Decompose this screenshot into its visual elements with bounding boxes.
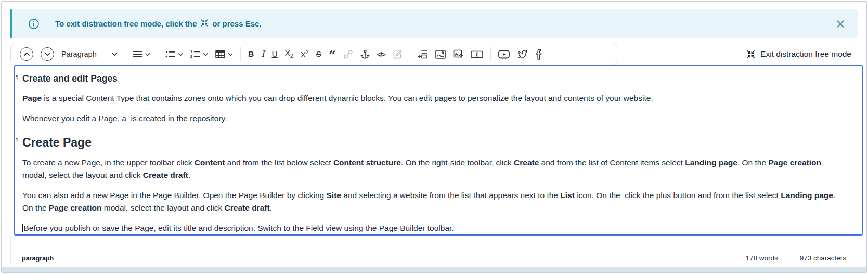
text-run: Before you publish or save the Page, edi… [24,224,454,232]
editor-paragraph[interactable]: Before you publish or save the Page, edi… [22,222,847,234]
code-button[interactable]: </> [373,49,389,60]
link-button[interactable] [340,47,357,61]
editor-paragraph[interactable]: Page is a special Content Type that cont… [22,92,847,105]
banner-close-button[interactable]: × [835,18,846,30]
toolbar-separator [410,47,410,61]
image-icon [435,50,446,59]
toolbar-separator [240,47,241,61]
text-run: Page [22,94,42,102]
text-run: You can also add a new Page in the Page … [22,191,327,200]
anchor-button[interactable] [357,47,373,61]
text-run: and selecting a website from the list th… [341,191,560,200]
collapse-icon [200,19,209,29]
chevron-down-icon [112,52,118,56]
text-run: . [270,203,272,212]
strikethrough-icon: S [316,50,321,58]
banner-text-before: To exit distraction free mode, click the [55,19,197,28]
blockquote-button[interactable]: “ [325,48,340,60]
bold-button[interactable]: B [244,48,257,60]
text-run: and from the list of Content items selec… [539,158,685,167]
paragraph-style-dropdown[interactable]: Paragraph [58,48,121,60]
info-icon [28,18,40,30]
exit-label: Exit distraction free mode [760,49,851,59]
editor-toolbar: Paragraph 12 B I U X2 X2 S “ [10,43,617,66]
text-field-icon [471,50,483,58]
text-run: To create a new Page, in the upper toolb… [22,158,195,167]
insert-block-icon [418,50,428,59]
move-down-button[interactable] [37,45,58,63]
editor-heading[interactable]: ¶Create and edit Pages [22,73,847,84]
editor-paragraph[interactable]: You can also add a new Page in the Page … [22,189,847,214]
youtube-icon [498,50,510,59]
text-run: . On the right-side toolbar, click [401,158,514,167]
text-run: modal, select the layout and click [102,203,225,212]
upload-image-button[interactable] [449,47,467,61]
bold-icon: B [248,50,254,58]
word-count: 178 words [745,254,778,262]
text-run: is a special Content Type that contains … [42,94,653,102]
bulleted-list-dropdown[interactable] [162,48,187,60]
text-run: Whenever you edit a Page, a is created i… [22,114,227,123]
subscript-button[interactable]: X2 [281,47,297,61]
chevron-down-icon [145,53,150,56]
editor-paragraph[interactable]: To create a new Page, in the upper toolb… [22,156,847,181]
insert-table-dropdown[interactable] [212,48,237,60]
text-run: . On the [737,158,768,167]
collapse-icon [746,50,755,59]
text-run: Create and edit Pages [22,73,118,84]
insert-field-button[interactable] [467,48,487,60]
embed-twitter-button[interactable] [513,47,532,62]
facebook-icon [535,49,542,60]
underline-icon: U [272,50,278,58]
toolbar-separator [125,47,125,61]
text-cursor [22,224,23,232]
toolbar-separator [158,47,158,61]
image-upload-icon [453,49,463,59]
window-edge [2,267,866,272]
text-run: Create [514,158,539,167]
strikethrough-button[interactable]: S [313,48,325,60]
text-run: Create Page [22,136,92,149]
edit-source-button[interactable] [389,47,406,61]
paragraph-style-label: Paragraph [61,50,97,58]
underline-button[interactable]: U [268,48,281,60]
chevron-down-icon [203,53,208,56]
text-run: Landing page [685,158,737,167]
move-up-button[interactable] [16,45,37,63]
text-run: . [188,171,190,179]
editor-content[interactable]: ¶Create and edit PagesPage is a special … [14,65,863,236]
superscript-button[interactable]: X2 [297,48,313,61]
text-run: Landing page [781,191,833,200]
numbered-list-dropdown[interactable]: 12 [187,48,212,60]
embed-facebook-button[interactable] [532,47,546,62]
editor-heading[interactable]: ¶Create Page [22,136,847,150]
banner-text-after: or press Esc. [212,19,261,28]
bulleted-list-icon [165,50,175,58]
insert-image-button[interactable] [432,48,449,61]
italic-button[interactable]: I [257,48,268,60]
subscript-icon: X2 [285,49,293,59]
text-run: Site [327,191,341,200]
distraction-free-banner: To exit distraction free mode, click the… [10,9,858,38]
code-icon: </> [377,51,385,58]
text-align-dropdown[interactable] [129,48,154,60]
heading-marker-icon: ¶ [16,74,18,80]
text-run: Create draft [225,203,270,212]
editor-paragraph[interactable]: Whenever you edit a Page, a is created i… [22,112,847,125]
text-run: List [560,191,575,200]
text-run: Page creation [49,203,102,212]
text-run: Create draft [143,171,188,179]
text-run: and from the list below select [225,158,333,167]
current-block-type: paragraph [22,255,54,262]
twitter-icon [517,49,528,60]
banner-message: To exit distraction free mode, click the… [55,19,262,29]
embed-youtube-button[interactable] [495,48,513,61]
toolbar-separator [490,47,491,61]
character-count: 973 characters [800,254,846,262]
chevron-down-icon [228,53,233,56]
counts: 178 words 973 characters [745,254,846,262]
insert-block-button[interactable] [414,48,432,61]
exit-distraction-free-button[interactable]: Exit distraction free mode [746,43,851,66]
heading-marker-icon: ¶ [16,137,18,142]
svg-text:1: 1 [190,50,192,54]
